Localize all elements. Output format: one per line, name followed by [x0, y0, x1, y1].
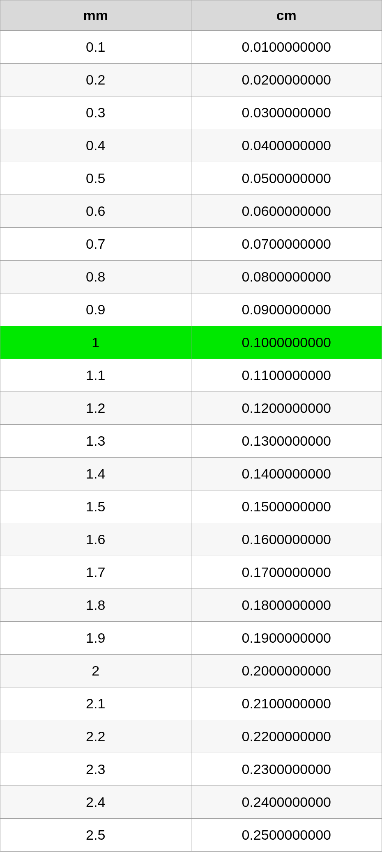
cell-mm: 1.2 — [0, 392, 191, 425]
cell-cm: 0.1800000000 — [191, 589, 382, 622]
table-row: 0.60.0600000000 — [0, 195, 382, 228]
cell-mm: 1 — [0, 326, 191, 359]
table-row: 1.90.1900000000 — [0, 622, 382, 655]
table-row: 1.50.1500000000 — [0, 490, 382, 523]
cell-cm: 0.0700000000 — [191, 228, 382, 261]
cell-cm: 0.1300000000 — [191, 425, 382, 458]
table-row: 2.30.2300000000 — [0, 753, 382, 786]
cell-mm: 1.4 — [0, 458, 191, 490]
cell-mm: 2.5 — [0, 819, 191, 852]
table-row: 10.1000000000 — [0, 326, 382, 359]
column-header-mm: mm — [0, 0, 191, 31]
cell-mm: 2.4 — [0, 786, 191, 819]
table-row: 1.40.1400000000 — [0, 458, 382, 490]
cell-mm: 2.3 — [0, 753, 191, 786]
cell-cm: 0.2500000000 — [191, 819, 382, 852]
cell-cm: 0.0800000000 — [191, 261, 382, 293]
cell-mm: 0.5 — [0, 162, 191, 195]
table-row: 0.50.0500000000 — [0, 162, 382, 195]
cell-mm: 1.5 — [0, 490, 191, 523]
table-row: 2.10.2100000000 — [0, 687, 382, 720]
cell-mm: 0.7 — [0, 228, 191, 261]
table-row: 1.10.1100000000 — [0, 359, 382, 392]
cell-cm: 0.1900000000 — [191, 622, 382, 655]
table-row: 20.2000000000 — [0, 655, 382, 687]
cell-mm: 0.3 — [0, 96, 191, 129]
cell-mm: 2 — [0, 655, 191, 687]
table-header-row: mm cm — [0, 0, 382, 31]
table-row: 0.20.0200000000 — [0, 64, 382, 96]
column-header-cm: cm — [191, 0, 382, 31]
table-row: 1.30.1300000000 — [0, 425, 382, 458]
cell-mm: 1.8 — [0, 589, 191, 622]
cell-cm: 0.0900000000 — [191, 293, 382, 326]
table-row: 2.40.2400000000 — [0, 786, 382, 819]
table-row: 0.90.0900000000 — [0, 293, 382, 326]
cell-mm: 2.2 — [0, 720, 191, 753]
cell-mm: 0.1 — [0, 31, 191, 64]
cell-cm: 0.2400000000 — [191, 786, 382, 819]
table-row: 1.80.1800000000 — [0, 589, 382, 622]
cell-mm: 0.4 — [0, 129, 191, 162]
table-row: 0.30.0300000000 — [0, 96, 382, 129]
cell-cm: 0.1400000000 — [191, 458, 382, 490]
table-row: 2.20.2200000000 — [0, 720, 382, 753]
cell-mm: 1.1 — [0, 359, 191, 392]
table-row: 2.50.2500000000 — [0, 819, 382, 852]
cell-mm: 2.1 — [0, 687, 191, 720]
cell-mm: 0.8 — [0, 261, 191, 293]
cell-mm: 1.6 — [0, 523, 191, 556]
cell-mm: 1.9 — [0, 622, 191, 655]
cell-mm: 0.6 — [0, 195, 191, 228]
cell-cm: 0.0500000000 — [191, 162, 382, 195]
cell-cm: 0.0400000000 — [191, 129, 382, 162]
cell-cm: 0.2200000000 — [191, 720, 382, 753]
cell-cm: 0.1100000000 — [191, 359, 382, 392]
table-row: 1.70.1700000000 — [0, 556, 382, 589]
table-body: 0.10.01000000000.20.02000000000.30.03000… — [0, 31, 382, 852]
cell-mm: 0.2 — [0, 64, 191, 96]
cell-mm: 1.7 — [0, 556, 191, 589]
cell-cm: 0.0300000000 — [191, 96, 382, 129]
table-row: 0.40.0400000000 — [0, 129, 382, 162]
cell-cm: 0.1600000000 — [191, 523, 382, 556]
cell-cm: 0.2300000000 — [191, 753, 382, 786]
cell-cm: 0.1700000000 — [191, 556, 382, 589]
cell-cm: 0.1200000000 — [191, 392, 382, 425]
table-row: 1.20.1200000000 — [0, 392, 382, 425]
cell-cm: 0.2000000000 — [191, 655, 382, 687]
cell-mm: 1.3 — [0, 425, 191, 458]
cell-cm: 0.2100000000 — [191, 687, 382, 720]
cell-cm: 0.0100000000 — [191, 31, 382, 64]
table-row: 1.60.1600000000 — [0, 523, 382, 556]
table-row: 0.10.0100000000 — [0, 31, 382, 64]
cell-cm: 0.0600000000 — [191, 195, 382, 228]
table-row: 0.80.0800000000 — [0, 261, 382, 293]
cell-cm: 0.1000000000 — [191, 326, 382, 359]
conversion-table: mm cm 0.10.01000000000.20.02000000000.30… — [0, 0, 382, 852]
cell-cm: 0.0200000000 — [191, 64, 382, 96]
cell-cm: 0.1500000000 — [191, 490, 382, 523]
table-row: 0.70.0700000000 — [0, 228, 382, 261]
cell-mm: 0.9 — [0, 293, 191, 326]
